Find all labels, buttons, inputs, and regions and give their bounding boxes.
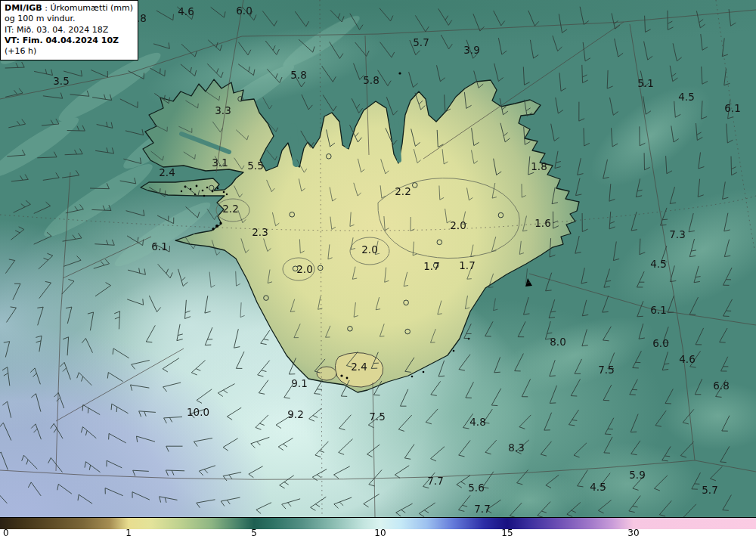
precip-value-label: 3.5 [53, 75, 69, 87]
precip-value-label: 2.0 [296, 263, 312, 275]
precip-value-label: 6.0 [236, 5, 252, 17]
precip-value-label: 4.6 [178, 5, 194, 17]
precipitation-colorbar: 015101530 [0, 517, 756, 536]
precip-value-label: 4.8 [469, 416, 485, 428]
precip-value-label: 5.5 [247, 160, 263, 172]
precip-value-label: 5.1 [637, 77, 653, 89]
precip-value-label: 3.9 [463, 44, 479, 56]
colorbar-tick: 30 [627, 528, 639, 536]
colorbar-tick: 0 [3, 528, 9, 536]
precip-value-label: 7.5 [369, 411, 385, 423]
precip-value-label: 2.4 [351, 361, 367, 373]
precip-value-label: 2.2 [222, 203, 238, 215]
colorbar-tick: 15 [501, 528, 513, 536]
precip-value-label: 6.1 [650, 304, 666, 316]
precip-value-label: 3.1 [212, 156, 228, 169]
precip-value-label: 6.0 [652, 337, 668, 349]
weather-map-page: 4.84.66.05.73.93.55.85.85.14.56.13.33.15… [0, 0, 756, 536]
precip-value-label: 2.2 [395, 185, 411, 197]
precip-value-label: 1.8 [531, 160, 547, 172]
precip-value-label: 6.1 [724, 102, 740, 114]
precip-value-label: 6.8 [713, 380, 729, 392]
precip-value-label: 2.0 [450, 219, 466, 231]
precip-value-label: 7.7 [474, 503, 490, 515]
colorbar-tick: 5 [251, 528, 257, 536]
precip-value-label: 1.7 [423, 260, 439, 272]
precip-value-label: 3.3 [215, 104, 231, 116]
colorbar-tick-labels: 015101530 [0, 529, 756, 536]
precip-value-label: 10.0 [187, 406, 209, 418]
colorbar-tick: 1 [125, 528, 132, 536]
valid-time: VT: Fim. 04.04.2024 10Z (+16 h) [5, 36, 134, 57]
precip-value-label: 8.3 [508, 442, 524, 454]
forecast-map-canvas: 4.84.66.05.73.93.55.85.85.14.56.13.33.15… [0, 0, 756, 517]
precip-value-label: 2.4 [159, 166, 175, 178]
precip-value-label: 1.6 [534, 217, 550, 229]
precip-value-label: 8.0 [550, 336, 565, 348]
precip-value-label: 5.9 [629, 469, 645, 481]
precip-value-label: 9.1 [291, 377, 307, 389]
precip-value-label: 7.7 [427, 475, 443, 487]
colorbar-tick: 10 [374, 528, 386, 536]
forecast-header-box: DMI/IGB : Úrkomumætti (mm) og 100 m vind… [0, 0, 138, 60]
precip-value-label: 2.3 [252, 226, 268, 238]
precip-value-label: 7.3 [669, 228, 685, 240]
precip-value-label: 7.5 [598, 364, 614, 376]
product-subtitle: og 100 m vindur. [5, 14, 134, 24]
precip-value-label: 5.8 [363, 74, 379, 86]
product-title: DMI/IGB : Úrkomumætti (mm) [5, 3, 134, 14]
precip-value-label: 4.6 [679, 353, 695, 365]
precip-value-label: 5.7 [413, 36, 429, 48]
init-time: IT: Mið. 03. 04. 2024 18Z [5, 25, 134, 36]
precip-value-label: 4.5 [650, 258, 666, 270]
precip-value-label: 4.5 [590, 481, 606, 493]
precip-value-label: 6.1 [151, 240, 167, 253]
precip-value-label: 5.6 [468, 482, 484, 494]
precip-value-label: 2.0 [361, 243, 377, 256]
precip-value-label: 9.2 [287, 408, 303, 420]
precip-value-label: 5.7 [702, 484, 717, 496]
precip-value-label: 4.5 [678, 91, 694, 103]
precip-value-label: 5.8 [290, 69, 306, 81]
precip-value-label: 1.7 [459, 259, 475, 271]
